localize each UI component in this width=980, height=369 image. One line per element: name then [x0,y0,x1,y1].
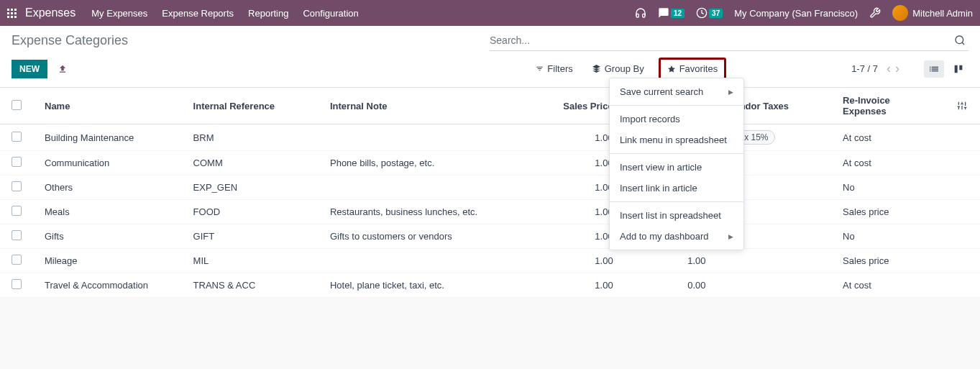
pager-text[interactable]: 1-7 / 7 [851,63,878,74]
cell-reinv[interactable]: No [831,224,945,249]
svg-line-2 [962,42,964,45]
cell-note[interactable]: Gifts to customers or vendors [319,224,532,249]
company-selector[interactable]: My Company (San Francisco) [734,8,858,19]
table-header-row: Name Internal Reference Internal Note Sa… [0,88,980,124]
cell-note[interactable] [319,124,532,151]
cell-note[interactable] [319,249,532,273]
cell-name[interactable]: Meals [33,200,182,224]
favorites-button[interactable]: Favorites [659,58,726,80]
cell-note[interactable]: Phone bills, postage, etc. [319,151,532,176]
dropdown-insert-list[interactable]: Insert list in spreadsheet [610,205,743,226]
cell-name[interactable]: Building Maintenance [33,124,182,151]
chevron-right-icon: ▶ [728,88,733,96]
cell-price[interactable]: 1.00 [532,249,625,273]
filters-button[interactable]: Filters [531,61,577,76]
activity-icon[interactable]: 37 [696,7,723,19]
pager: 1-7 / 7 ‹ › [851,61,899,76]
cell-note[interactable] [319,176,532,200]
dropdown-save-search[interactable]: Save current search ▶ [610,81,743,102]
cell-ref[interactable]: TRANS & ACC [182,273,319,298]
col-note[interactable]: Internal Note [319,88,532,124]
dropdown-divider [610,105,743,106]
groupby-button[interactable]: Group By [587,61,649,76]
col-name[interactable]: Name [33,88,182,124]
svg-point-1 [956,36,963,44]
table-row[interactable]: Others EXP_GEN 1.00 1.00 No [0,176,980,200]
dropdown-add-dashboard[interactable]: Add to my dashboard ▶ [610,226,743,247]
tools-icon[interactable] [869,7,881,19]
row-checkbox[interactable] [12,279,22,289]
app-name[interactable]: Expenses [25,6,75,19]
row-checkbox[interactable] [12,181,22,191]
cell-cost[interactable]: 1.00 [625,249,718,273]
cell-ref[interactable]: MIL [182,249,319,273]
cell-name[interactable]: Others [33,176,182,200]
cell-cost[interactable]: 0.00 [625,273,718,298]
cell-reinv[interactable]: At cost [831,273,945,298]
cell-reinv[interactable]: No [831,176,945,200]
nav-right: 12 37 My Company (San Francisco) Mitchel… [635,5,973,21]
nav-reporting[interactable]: Reporting [248,8,288,19]
apps-icon[interactable] [7,9,17,18]
nav-expense-reports[interactable]: Expense Reports [162,8,234,19]
cell-tax[interactable] [718,249,832,273]
cell-reinv[interactable]: Sales price [831,249,945,273]
dropdown-insert-view[interactable]: Insert view in article [610,157,743,178]
cell-ref[interactable]: COMM [182,151,319,176]
cell-ref[interactable]: FOOD [182,200,319,224]
top-nav: Expenses My Expenses Expense Reports Rep… [0,0,980,26]
dropdown-link-menu[interactable]: Link menu in spreadsheet [610,129,743,150]
chat-icon[interactable]: 12 [658,7,684,19]
dropdown-import-records[interactable]: Import records [610,109,743,129]
search-box[interactable] [490,30,968,51]
row-checkbox[interactable] [12,230,22,240]
list-view-icon[interactable] [924,60,944,78]
cell-note[interactable]: Hotel, plane ticket, taxi, etc. [319,273,532,298]
sliders-icon [957,101,967,111]
cell-tax[interactable] [718,273,832,298]
cell-reinv[interactable]: At cost [831,124,945,151]
user-menu[interactable]: Mitchell Admin [892,5,973,21]
cell-reinv[interactable]: Sales price [831,200,945,224]
col-reinv[interactable]: Re-Invoice Expenses [831,88,945,124]
row-checkbox[interactable] [12,255,22,265]
cell-price[interactable]: 1.00 [532,273,625,298]
table-row[interactable]: Mileage MIL 1.00 1.00 Sales price [0,249,980,273]
table-row[interactable]: Communication COMM Phone bills, postage,… [0,151,980,176]
cell-ref[interactable]: BRM [182,124,319,151]
row-checkbox[interactable] [12,206,22,216]
next-page-icon[interactable]: › [895,61,899,76]
cell-note[interactable]: Restaurants, business lunches, etc. [319,200,532,224]
new-button[interactable]: NEW [12,60,47,78]
cell-name[interactable]: Travel & Accommodation [33,273,182,298]
search-input[interactable] [490,35,968,46]
dropdown-insert-link[interactable]: Insert link in article [610,178,743,199]
prev-page-icon[interactable]: ‹ [887,61,891,76]
view-switcher [924,60,968,78]
nav-my-expenses[interactable]: My Expenses [91,8,147,19]
table-row[interactable]: Meals FOOD Restaurants, business lunches… [0,200,980,224]
cell-name[interactable]: Gifts [33,224,182,249]
col-ref[interactable]: Internal Reference [182,88,319,124]
expense-categories-table: Name Internal Reference Internal Note Sa… [0,88,980,298]
col-settings[interactable] [945,88,980,124]
row-checkbox[interactable] [12,132,22,142]
kanban-view-icon[interactable] [948,60,968,78]
star-icon [667,65,676,73]
select-all-checkbox[interactable] [12,100,22,110]
cell-ref[interactable]: EXP_GEN [182,176,319,200]
cell-ref[interactable]: GIFT [182,224,319,249]
control-panel: Expense Categories NEW Filters Group By … [0,26,980,88]
table-row[interactable]: Building Maintenance BRM 1.00 1.00 Tax 1… [0,124,980,151]
row-checkbox[interactable] [12,157,22,167]
upload-icon[interactable] [58,64,68,74]
filter-icon [536,65,544,73]
nav-configuration[interactable]: Configuration [303,8,358,19]
headset-icon[interactable] [635,7,646,19]
cell-reinv[interactable]: At cost [831,151,945,176]
cell-name[interactable]: Communication [33,151,182,176]
cell-name[interactable]: Mileage [33,249,182,273]
search-icon[interactable] [954,35,966,46]
table-row[interactable]: Gifts GIFT Gifts to customers or vendors… [0,224,980,249]
table-row[interactable]: Travel & Accommodation TRANS & ACC Hotel… [0,273,980,298]
